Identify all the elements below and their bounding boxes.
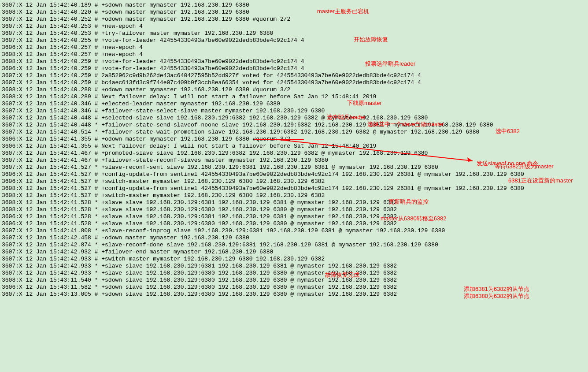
annotation-choose-6382: 选中6382 — [496, 128, 520, 135]
annotation-master-down: master主服务已宕机 — [317, 8, 369, 15]
annotation-select-slave: 选择其中一个slave当做master — [367, 121, 444, 128]
log-output: 3607:X 12 Jan 15:42:40.189 # +sdown mast… — [0, 0, 588, 301]
annotation-update-sentinel: 更新哨兵的监控 — [388, 198, 429, 205]
annotation-vote-leader: 投票选举哨兵leader — [365, 60, 415, 67]
annotation-add-6380: 添加6380为6382的从节点 — [464, 293, 529, 300]
annotation-offline-master: 下线原master — [347, 100, 382, 107]
annotation-add-6381: 添加6381为6382的从节点 — [464, 286, 529, 293]
annotation-failover-done: 故障恢复完成 — [325, 272, 359, 279]
annotation-start-recover: 开始故障恢复 — [354, 36, 388, 43]
annotation-master-transfer: master从6380转移至6382 — [381, 215, 447, 222]
annotation-selected-leader: 选中哨兵leader — [327, 114, 366, 121]
annotation-6381-setnew: 6381正在设置新的master — [508, 177, 573, 184]
annotation-wait-promote: 等待6382升级为master — [495, 163, 554, 170]
